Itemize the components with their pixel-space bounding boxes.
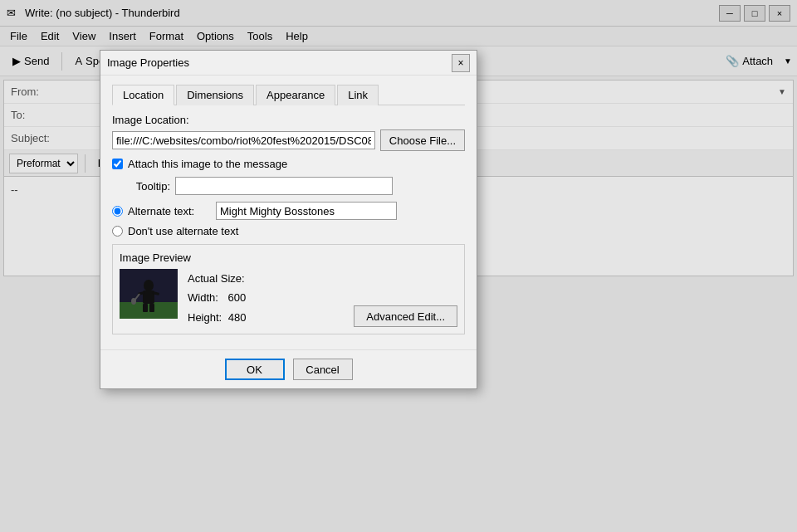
- tab-appearance[interactable]: Appearance: [256, 85, 335, 105]
- svg-rect-7: [149, 304, 154, 312]
- dialog-close-button[interactable]: ×: [452, 54, 470, 72]
- alternate-text-radio[interactable]: [112, 206, 123, 217]
- ok-button[interactable]: OK: [225, 359, 285, 380]
- dialog-title-bar: Image Properties ×: [100, 51, 477, 76]
- no-alternate-label[interactable]: Don't use alternate text: [128, 225, 238, 237]
- actual-size-label: Actual Size:: [188, 269, 247, 288]
- alternate-text-label[interactable]: Alternate text:: [128, 205, 211, 217]
- preview-inner: Actual Size: Width: 600 Height: 480 Adva…: [120, 269, 457, 327]
- image-properties-dialog: Image Properties × Location Dimensions A…: [100, 50, 477, 389]
- no-alternate-row: Don't use alternate text: [112, 225, 465, 237]
- image-preview-section: Image Preview: [112, 244, 465, 334]
- attach-checkbox-label[interactable]: Attach this image to the message: [128, 158, 287, 170]
- alternate-text-input[interactable]: [216, 202, 397, 220]
- alternate-text-row: Alternate text:: [112, 202, 465, 220]
- preview-label: Image Preview: [120, 251, 457, 264]
- no-alternate-radio[interactable]: [112, 226, 123, 237]
- image-location-row: Choose File...: [112, 129, 465, 151]
- svg-rect-6: [143, 304, 148, 312]
- height-row: Height: 480: [188, 308, 247, 327]
- svg-point-9: [131, 298, 136, 305]
- attach-checkbox-row: Attach this image to the message: [112, 158, 465, 170]
- tooltip-label: Tooltip:: [112, 180, 170, 193]
- preview-info: Actual Size: Width: 600 Height: 480: [188, 269, 247, 327]
- width-label: Width:: [188, 291, 218, 304]
- width-row: Width: 600: [188, 288, 247, 307]
- svg-rect-1: [120, 302, 178, 319]
- dialog-title: Image Properties: [107, 56, 452, 69]
- height-label: Height:: [188, 311, 222, 324]
- width-value: 600: [227, 291, 246, 304]
- svg-rect-3: [143, 290, 154, 304]
- app-window: ✉ Write: (no subject) - Thunderbird ─ □ …: [0, 0, 797, 532]
- dialog-content: Location Dimensions Appearance Link Imag…: [100, 76, 477, 349]
- advanced-btn-wrap: Advanced Edit...: [354, 305, 457, 327]
- preview-svg: [120, 269, 178, 319]
- cancel-button[interactable]: Cancel: [293, 359, 353, 380]
- preview-image-thumbnail: [120, 269, 178, 319]
- tab-location[interactable]: Location: [112, 85, 174, 105]
- svg-point-2: [144, 280, 154, 291]
- advanced-edit-button[interactable]: Advanced Edit...: [354, 305, 457, 327]
- tab-link[interactable]: Link: [337, 85, 379, 105]
- dialog-tabs: Location Dimensions Appearance Link: [112, 84, 465, 105]
- tooltip-input[interactable]: [175, 177, 393, 195]
- tooltip-row: Tooltip:: [112, 177, 465, 195]
- image-location-input[interactable]: [112, 131, 375, 149]
- image-location-label: Image Location:: [112, 114, 465, 126]
- tab-dimensions[interactable]: Dimensions: [176, 85, 254, 105]
- attach-checkbox[interactable]: [112, 159, 123, 169]
- height-value: 480: [228, 311, 247, 324]
- choose-file-button[interactable]: Choose File...: [380, 129, 465, 151]
- dialog-footer: OK Cancel: [100, 349, 477, 388]
